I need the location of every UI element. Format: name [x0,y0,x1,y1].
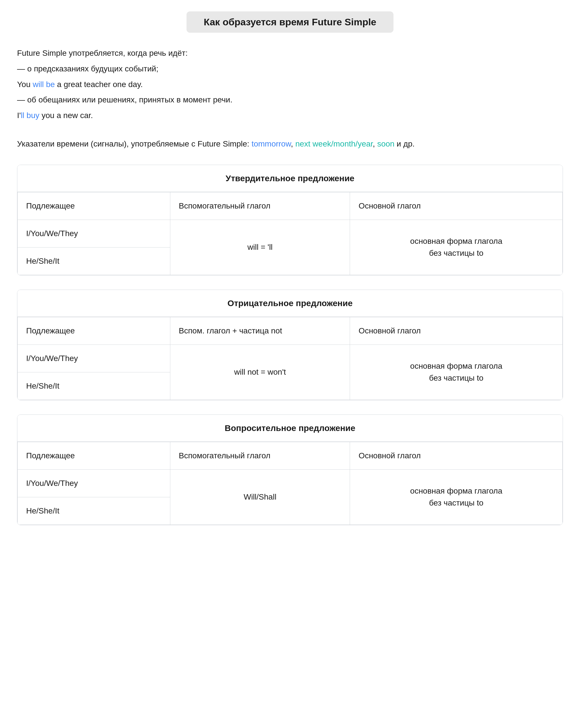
aff-subject1: I/You/We/They [18,219,170,247]
affirmative-table: Подлежащее Вспомогательный глагол Основн… [17,192,563,275]
signals-end: и др. [394,139,415,148]
aff-subject1-row: I/You/We/They will = 'll основная форма … [18,219,563,247]
int-subject2: He/She/It [18,497,170,525]
neg-col1-header: Подлежащее [18,317,170,344]
signals-soon: soon [377,139,395,148]
signals-comma2: , [373,139,377,148]
affirmative-section: Утвердительное предложение Подлежащее Вс… [17,165,563,276]
intro-line5-suffix: you a new car. [39,111,93,120]
signals-slash1: / [331,139,333,148]
aff-aux-verb: will = 'll [170,219,350,275]
signals-month: month [333,139,356,148]
intro-line5-highlight: ll buy [21,111,39,120]
aff-main-verb: основная форма глагола без частицы to [350,219,563,275]
neg-subject2: He/She/It [18,372,170,400]
intro-line4: — об обещаниях или решениях, принятых в … [17,95,232,104]
page-title: Как образуется время Future Simple [187,11,393,33]
negative-section: Отрицательное предложение Подлежащее Всп… [17,290,563,400]
intro-line1: Future Simple употребляется, когда речь … [17,49,188,57]
interrogative-title: Вопросительное предложение [17,415,563,442]
intro-section: Future Simple употребляется, когда речь … [17,47,563,151]
intro-line2: — о предсказаниях будущих событий; [17,64,158,73]
neg-subject1-row: I/You/We/They will not = won't основная … [18,344,563,372]
signals-comma1: , [291,139,296,148]
int-main-verb: основная форма глагола без частицы to [350,469,563,525]
aff-col2-header: Вспомогательный глагол [170,192,350,219]
signals-year: year [358,139,373,148]
int-subject1: I/You/We/They [18,469,170,497]
int-aux-verb: Will/Shall [170,469,350,525]
neg-col2-header: Вспом. глагол + частица not [170,317,350,344]
negative-table: Подлежащее Вспом. глагол + частица not О… [17,317,563,400]
neg-aux-verb: will not = won't [170,344,350,400]
int-col2-header: Вспомогательный глагол [170,442,350,469]
intro-line3-highlight: will be [33,80,55,89]
intro-line3-suffix: a great teacher one day. [55,80,143,89]
int-col1-header: Подлежащее [18,442,170,469]
int-col3-header: Основной глагол [350,442,563,469]
negative-title: Отрицательное предложение [17,290,563,317]
neg-col3-header: Основной глагол [350,317,563,344]
aff-subject2: He/She/It [18,247,170,275]
neg-subject1: I/You/We/They [18,344,170,372]
aff-col3-header: Основной глагол [350,192,563,219]
neg-main-verb: основная форма глагола без частицы to [350,344,563,400]
affirmative-title: Утвердительное предложение [17,165,563,192]
interrogative-table: Подлежащее Вспомогательный глагол Основн… [17,442,563,525]
intro-line3-prefix: You [17,80,33,89]
aff-col1-header: Подлежащее [18,192,170,219]
intro-line5-prefix: I' [17,111,21,120]
signals-tomorrow: tommorrow [252,139,291,148]
signals-next-week: next week [296,139,331,148]
signals-prefix: Указатели времени (сигналы), употребляем… [17,139,252,148]
interrogative-section: Вопросительное предложение Подлежащее Вс… [17,415,563,525]
signals-slash2: / [355,139,358,148]
int-subject1-row: I/You/We/They Will/Shall основная форма … [18,469,563,497]
